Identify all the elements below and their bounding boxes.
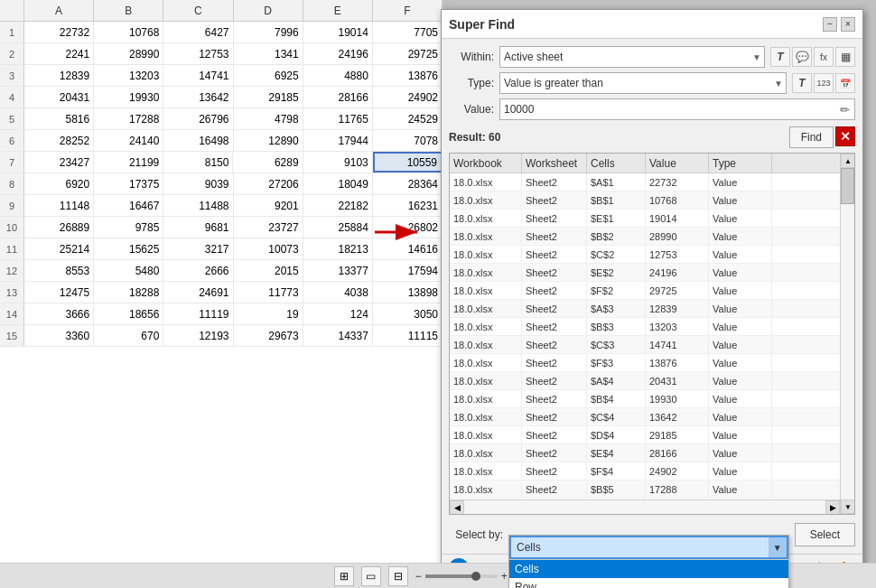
table-cell[interactable]: 3217	[163, 238, 233, 259]
table-cell[interactable]: 2666	[163, 260, 233, 281]
table-cell[interactable]: 4798	[234, 108, 303, 129]
dropdown-option-row[interactable]: Row	[509, 578, 788, 588]
table-cell[interactable]: 11773	[234, 282, 303, 303]
taskbar-page-icon[interactable]: ▭	[361, 566, 381, 586]
scroll-down-button[interactable]: ▼	[841, 499, 855, 514]
table-cell[interactable]: 4038	[303, 282, 373, 303]
table-row[interactable]: 31283913203147416925488013876	[0, 65, 443, 87]
within-select[interactable]: Active sheet Workbook All workbooks	[499, 46, 765, 68]
table-cell[interactable]: 13898	[373, 282, 443, 303]
table-cell[interactable]: 9785	[94, 217, 163, 238]
table-cell[interactable]: 23427	[24, 152, 94, 173]
table-cell[interactable]: 24196	[303, 43, 373, 64]
table-cell[interactable]: 28252	[24, 130, 94, 151]
table-cell[interactable]: 2241	[24, 43, 94, 64]
table-cell[interactable]: 26889	[24, 217, 94, 238]
table-cell[interactable]: 7705	[373, 22, 443, 42]
table-cell[interactable]: 24902	[373, 87, 443, 107]
table-cell[interactable]: 8553	[24, 260, 94, 281]
table-row[interactable]: 15336067012193296731433711115	[0, 325, 443, 347]
table-cell[interactable]: 28990	[94, 43, 163, 64]
list-item[interactable]: 18.0.xlsxSheet2$A$122732Value	[450, 173, 840, 191]
table-row[interactable]: 55816172882679647981176524529	[0, 108, 443, 130]
table-cell[interactable]: 13203	[94, 65, 163, 86]
list-item[interactable]: 18.0.xlsxSheet2$F$313876Value	[450, 354, 840, 372]
list-item[interactable]: 18.0.xlsxSheet2$C$314741Value	[450, 336, 840, 354]
table-row[interactable]: 1312475182882469111773403813898	[0, 282, 443, 303]
table-cell[interactable]: 12193	[163, 325, 233, 346]
list-item[interactable]: 18.0.xlsxSheet2$B$313203Value	[450, 318, 840, 336]
scroll-left-button[interactable]: ◀	[450, 500, 464, 515]
table-cell[interactable]: 12475	[24, 282, 94, 303]
list-item[interactable]: 18.0.xlsxSheet2$E$224196Value	[450, 264, 840, 282]
dropdown-chevron-icon[interactable]: ▼	[769, 537, 787, 557]
taskbar-grid-icon[interactable]: ⊞	[334, 566, 354, 586]
table-row[interactable]: 628252241401649812890179447078	[0, 130, 443, 152]
list-item[interactable]: 18.0.xlsxSheet2$D$429185Value	[450, 426, 840, 444]
table-cell[interactable]: 11119	[163, 303, 233, 324]
table-cell[interactable]: 19930	[94, 87, 163, 107]
results-body[interactable]: 18.0.xlsxSheet2$A$122732Value18.0.xlsxSh…	[450, 173, 840, 499]
list-item[interactable]: 18.0.xlsxSheet2$A$420431Value	[450, 372, 840, 390]
table-cell[interactable]: 124	[303, 303, 373, 324]
table-cell[interactable]: 11148	[24, 195, 94, 216]
table-cell[interactable]: 2015	[234, 260, 303, 281]
table-cell[interactable]: 9103	[303, 152, 373, 173]
dropdown-shown[interactable]: Cells ▼ Cells Row Column	[508, 535, 789, 588]
table-row[interactable]: 22241289901275313412419629725	[0, 43, 443, 65]
table-cell[interactable]: 25884	[303, 217, 373, 238]
pencil-icon[interactable]: ✏	[835, 100, 853, 118]
table-cell[interactable]: 1341	[234, 43, 303, 64]
table-cell[interactable]: 3666	[24, 303, 94, 324]
table-row[interactable]: 1285535480266620151337717594	[0, 260, 443, 282]
type-icon-num[interactable]: 123	[814, 73, 834, 93]
table-cell[interactable]: 25214	[24, 238, 94, 259]
list-item[interactable]: 18.0.xlsxSheet2$C$413642Value	[450, 408, 840, 426]
table-row[interactable]: 1227321076864277996190147705	[0, 22, 443, 43]
list-item[interactable]: 18.0.xlsxSheet2$B$419930Value	[450, 390, 840, 408]
table-cell[interactable]: 10559	[373, 152, 443, 173]
table-cell[interactable]: 6920	[24, 173, 94, 194]
list-item[interactable]: 18.0.xlsxSheet2$A$312839Value	[450, 300, 840, 318]
table-cell[interactable]: 4880	[303, 65, 373, 86]
table-cell[interactable]: 3050	[373, 303, 443, 324]
list-item[interactable]: 18.0.xlsxSheet2$F$424902Value	[450, 462, 840, 481]
vertical-scrollbar[interactable]: ▲ ▼	[840, 154, 854, 514]
table-cell[interactable]: 29673	[234, 325, 303, 346]
table-cell[interactable]: 12890	[234, 130, 303, 151]
zoom-thumb[interactable]	[471, 572, 480, 581]
table-cell[interactable]: 13876	[373, 65, 443, 86]
dropdown-input-row[interactable]: Cells ▼	[509, 536, 788, 559]
scroll-up-button[interactable]: ▲	[841, 154, 855, 168]
table-row[interactable]: 86920173759039272061804928364	[0, 173, 443, 195]
find-button[interactable]: Find	[789, 126, 834, 148]
table-cell[interactable]: 29185	[234, 87, 303, 107]
table-cell[interactable]: 17375	[94, 173, 163, 194]
within-icon-text[interactable]: T	[770, 47, 790, 67]
table-cell[interactable]: 8150	[163, 152, 233, 173]
table-cell[interactable]: 27206	[234, 173, 303, 194]
zoom-slider[interactable]	[425, 574, 498, 578]
table-cell[interactable]: 17944	[303, 130, 373, 151]
zoom-plus[interactable]: +	[501, 570, 508, 583]
table-cell[interactable]: 6289	[233, 152, 303, 173]
table-cell[interactable]: 20431	[24, 87, 94, 107]
taskbar-layout-icon[interactable]: ⊟	[388, 566, 408, 586]
table-cell[interactable]: 17288	[94, 108, 163, 129]
scroll-right-button[interactable]: ▶	[825, 500, 840, 515]
table-cell[interactable]: 24691	[163, 282, 233, 303]
zoom-minus[interactable]: −	[415, 570, 422, 583]
list-item[interactable]: 18.0.xlsxSheet2$B$517288Value	[450, 481, 840, 499]
table-cell[interactable]: 18288	[94, 282, 163, 303]
table-cell[interactable]: 18213	[303, 238, 373, 259]
table-cell[interactable]: 5816	[24, 108, 94, 129]
table-cell[interactable]: 10768	[94, 22, 163, 42]
table-cell[interactable]: 24529	[373, 108, 443, 129]
table-cell[interactable]: 14741	[163, 65, 233, 86]
table-row[interactable]: 4204311993013642291852816624902	[0, 87, 443, 108]
table-cell[interactable]: 7078	[373, 130, 443, 151]
value-input[interactable]	[499, 98, 855, 120]
table-cell[interactable]: 23727	[234, 217, 303, 238]
table-cell[interactable]: 12839	[24, 65, 94, 86]
list-item[interactable]: 18.0.xlsxSheet2$E$119014Value	[450, 210, 840, 228]
